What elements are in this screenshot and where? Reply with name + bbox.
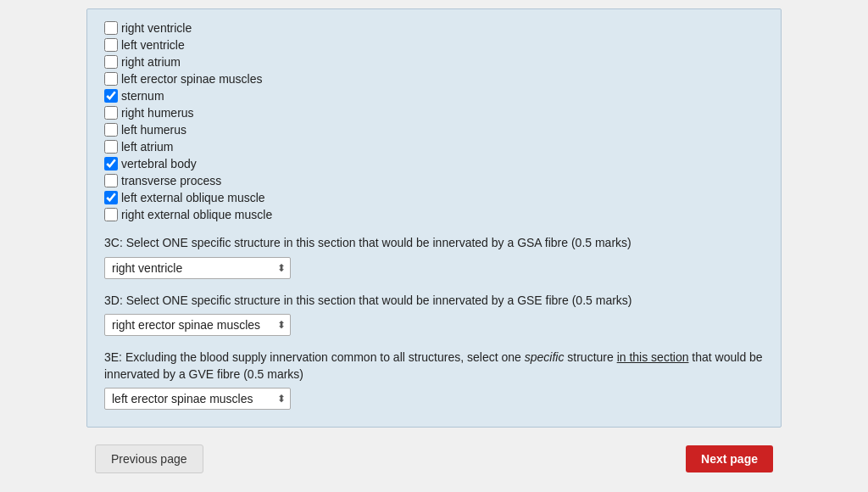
checkbox-label-cb_lh: left humerus bbox=[121, 123, 186, 137]
checkbox-label-cb_ra: right atrium bbox=[121, 55, 181, 69]
checkbox-item: left humerus bbox=[104, 123, 764, 137]
checkbox-label-cb_reom: right external oblique muscle bbox=[121, 208, 272, 221]
question-3e: 3E: Excluding the blood supply innervati… bbox=[104, 349, 764, 410]
page-wrapper: right ventricleleft ventricleright atriu… bbox=[0, 0, 868, 492]
question-3c-select[interactable]: right ventricleleft ventricleright atriu… bbox=[104, 257, 291, 279]
checkbox-label-cb_leom: left external oblique muscle bbox=[121, 191, 265, 204]
checkbox-label-cb_lv: left ventricle bbox=[121, 38, 185, 52]
checkbox-cb_vb[interactable] bbox=[104, 157, 118, 171]
checkbox-item: left atrium bbox=[104, 140, 764, 154]
checkbox-cb_lesm[interactable] bbox=[104, 72, 118, 86]
checkbox-cb_la[interactable] bbox=[104, 140, 118, 154]
checkbox-cb_ra[interactable] bbox=[104, 55, 118, 69]
bottom-navigation: Previous page Next page bbox=[86, 444, 782, 473]
content-area: right ventricleleft ventricleright atriu… bbox=[86, 8, 782, 428]
next-page-button[interactable]: Next page bbox=[686, 445, 773, 472]
checkbox-cb_lv[interactable] bbox=[104, 38, 118, 52]
checkbox-item: vertebral body bbox=[104, 157, 764, 171]
checkbox-label-cb_lesm: left erector spinae muscles bbox=[121, 72, 263, 86]
checkbox-item: right ventricle bbox=[104, 21, 764, 35]
checkbox-cb_reom[interactable] bbox=[104, 208, 118, 221]
question-3c-dropdown-wrapper: right ventricleleft ventricleright atriu… bbox=[104, 257, 291, 279]
question-3e-label: 3E: Excluding the blood supply innervati… bbox=[104, 349, 764, 383]
checkbox-list: right ventricleleft ventricleright atriu… bbox=[104, 21, 764, 221]
checkbox-cb_rh[interactable] bbox=[104, 106, 118, 120]
checkbox-cb_lh[interactable] bbox=[104, 123, 118, 137]
checkbox-cb_rv[interactable] bbox=[104, 21, 118, 35]
checkbox-item: left external oblique muscle bbox=[104, 191, 764, 204]
question-3d: 3D: Select ONE specific structure in thi… bbox=[104, 293, 764, 337]
checkbox-item: right atrium bbox=[104, 55, 764, 69]
question-3d-dropdown-wrapper: right ventricleleft ventricleright atriu… bbox=[104, 314, 291, 336]
checkbox-label-cb_st: sternum bbox=[121, 89, 164, 103]
checkbox-item: transverse process bbox=[104, 174, 764, 187]
checkbox-item: right external oblique muscle bbox=[104, 208, 764, 221]
checkbox-label-cb_la: left atrium bbox=[121, 140, 173, 154]
checkbox-item: left ventricle bbox=[104, 38, 764, 52]
checkbox-label-cb_rv: right ventricle bbox=[121, 21, 192, 35]
checkbox-item: left erector spinae muscles bbox=[104, 72, 764, 86]
checkbox-item: right humerus bbox=[104, 106, 764, 120]
question-3c: 3C: Select ONE specific structure in thi… bbox=[104, 235, 764, 279]
checkbox-cb_leom[interactable] bbox=[104, 191, 118, 204]
previous-page-button[interactable]: Previous page bbox=[95, 444, 203, 473]
question-3e-select[interactable]: right ventricleleft ventricleright atriu… bbox=[104, 388, 291, 410]
checkbox-label-cb_rh: right humerus bbox=[121, 106, 194, 120]
question-3d-select[interactable]: right ventricleleft ventricleright atriu… bbox=[104, 314, 291, 336]
question-3c-label: 3C: Select ONE specific structure in thi… bbox=[104, 235, 764, 252]
checkbox-label-cb_vb: vertebral body bbox=[121, 157, 197, 171]
checkbox-item: sternum bbox=[104, 89, 764, 103]
checkbox-cb_tp[interactable] bbox=[104, 174, 118, 187]
question-3d-label: 3D: Select ONE specific structure in thi… bbox=[104, 293, 764, 310]
checkbox-cb_st[interactable] bbox=[104, 89, 118, 103]
question-3e-dropdown-wrapper: right ventricleleft ventricleright atriu… bbox=[104, 388, 291, 410]
checkbox-label-cb_tp: transverse process bbox=[121, 174, 221, 187]
